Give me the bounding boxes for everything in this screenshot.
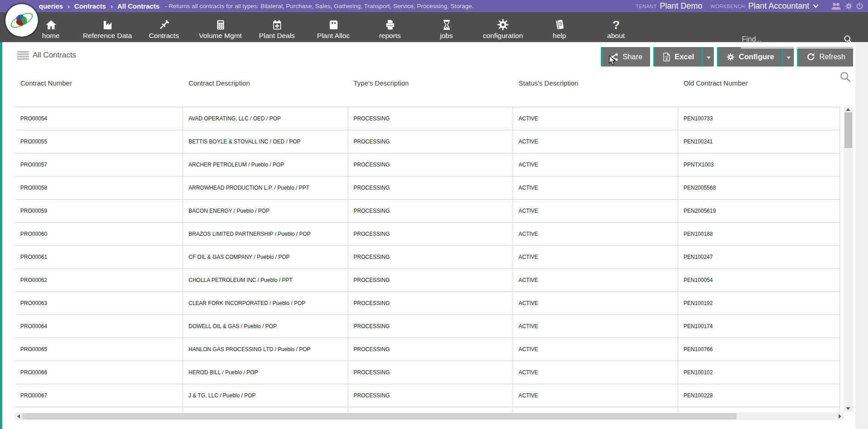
power-icon[interactable] [856,2,863,10]
nav-items: homeReference DataContractsVolume MgmtPl… [23,12,644,42]
table-cell: PRO00062 [15,269,183,291]
table-cell: PEN100188 [678,223,840,245]
column-header[interactable]: Old Contract Number [678,79,840,87]
workbench-value[interactable]: Plant Accountant [748,1,809,11]
table-row[interactable]: PRO00066HEROD BILL / Pueblo / POPPROCESS… [15,361,840,384]
table-cell: ACTIVE [513,269,678,291]
calendar-plus-icon [271,17,283,31]
hourglass-icon [440,17,453,31]
table-cell: PROCESSING [348,200,513,222]
table-row[interactable]: PRO00054AVAD OPERATING, LLC / OED / POPP… [15,107,840,130]
nav-item-configuration[interactable]: configuration [475,12,531,42]
book-icon [553,17,566,31]
share-button[interactable]: Share [601,47,650,67]
nav-item-contracts[interactable]: Contracts [136,12,192,42]
left-accent-bar [0,42,2,429]
page-title: All Contracts [33,51,76,60]
scroll-up-arrow[interactable] [846,108,850,111]
table-cell: ARCHER PETROLEUM / Pueblo / POP [183,153,348,176]
table-row[interactable]: PRO00065HANLON GAS PROCESSING LTD / Pueb… [15,338,840,361]
column-header[interactable]: Contract Number [15,79,183,87]
nav-item-jobs[interactable]: jobs [418,12,475,42]
table-cell: ARROWHEAD PRODUCTION L.P. / Pueblo / PPT [183,176,348,199]
horizontal-scrollbar[interactable] [15,412,844,420]
table-row[interactable]: PRO00061CF OIL & GAS COMPANY / Pueblo / … [15,246,840,269]
table-cell: ACTIVE [513,153,678,176]
table-cell: PROCESSING [348,292,513,315]
nav-item-label: Plant Deals [259,32,295,40]
search-icon[interactable] [843,34,853,47]
column-header[interactable]: Status's Description [513,79,678,87]
nav-item-label: configuration [483,32,523,40]
table-cell: PEN2005619 [678,200,840,222]
table-row[interactable]: PRO00063CLEAR FORK INCORPORATED / Pueblo… [15,292,840,315]
grid-body: PRO00054AVAD OPERATING, LLC / OED / POPP… [15,107,840,412]
home-icon [45,17,57,31]
table-cell: AVAD OPERATING, LLC / OED / POP [183,107,348,130]
workbench-label: WORKBENCH [711,4,745,9]
list-icon[interactable] [17,51,29,62]
nav-item-label: about [607,32,625,40]
table-row[interactable]: PRO00062CHOLLA PETROLEUM INC / Pueblo / … [15,269,840,292]
table-cell: PROCESSING [348,315,513,338]
excel-button[interactable]: x Excel [653,47,702,67]
scroll-left-arrow[interactable] [17,414,20,419]
grid-toolbar: Share x Excel Configure Refresh [601,47,853,67]
table-cell: PRO00067 [15,384,183,407]
column-header[interactable]: Contract Description [183,79,348,87]
nav-item-help[interactable]: help [531,12,588,42]
table-row[interactable]: PRO00059BACON ENERGY / Pueblo / POPPROCE… [15,200,840,223]
table-cell: PEN2005568 [678,176,840,199]
breadcrumb-item[interactable]: All Contracts [117,2,159,10]
configure-button-label: Configure [739,52,774,61]
gear-icon[interactable] [845,2,853,10]
table-row[interactable]: PRO00067J & TG, LLC / Pueblo / POPPROCES… [15,384,840,407]
refresh-button[interactable]: Refresh [797,47,853,67]
nav-item-label: jobs [440,32,453,40]
table-row[interactable]: PRO00058ARROWHEAD PRODUCTION L.P. / Pueb… [15,176,840,200]
table-cell: PEN100247 [678,246,840,268]
table-row[interactable]: PRO00064DOWELL OIL & GAS / Pueblo / POPP… [15,315,840,338]
table-row[interactable]: PRO00060BRAZOS LIMITED PARTNERSHIP / Pue… [15,223,840,246]
chevron-down-icon[interactable] [813,4,819,8]
nav-item-volume-mgmt[interactable]: Volume Mgmt [192,12,249,42]
table-cell: PEN100733 [678,107,840,130]
grid-search-icon[interactable] [839,71,852,85]
table-row[interactable] [15,407,840,412]
vertical-scrollbar-thumb[interactable] [844,112,852,148]
scroll-right-arrow[interactable] [839,414,841,419]
vertical-scrollbar[interactable] [844,106,853,412]
excel-dropdown-button[interactable] [702,47,714,67]
table-cell [15,407,183,412]
table-row[interactable]: PRO00055BETTIS BOYLE & STOVALL INC / OED… [15,130,840,153]
column-header[interactable]: Type's Description [348,79,513,87]
table-cell: ACTIVE [513,246,678,268]
nav-item-reference-data[interactable]: Reference Data [79,12,136,42]
app-logo[interactable] [5,4,38,37]
scroll-down-arrow[interactable] [846,407,850,410]
table-cell: PEN100102 [678,361,840,384]
nav-item-reports[interactable]: reports [362,12,418,42]
table-cell: PROCESSING [348,223,513,245]
breadcrumb-item[interactable]: Contracts [74,2,106,10]
nav-item-plant-alloc[interactable]: Plant Alloc [305,12,362,42]
table-cell: PRO00063 [15,292,183,315]
table-cell: ACTIVE [513,338,678,361]
users-icon[interactable] [830,2,842,10]
table-row[interactable]: PRO00057ARCHER PETROLEUM / Pueblo / POPP… [15,153,840,176]
table-cell: PRO00055 [15,130,183,153]
table-cell: DOWELL OIL & GAS / Pueblo / POP [183,315,348,338]
nav-item-label: home [42,32,60,40]
breadcrumb-item[interactable]: queries [39,2,63,10]
nav-item-about[interactable]: ?about [588,12,644,42]
find-input[interactable] [741,35,843,46]
configure-button[interactable]: Configure [717,47,782,67]
horizontal-scrollbar-thumb[interactable] [22,413,736,419]
configure-dropdown-button[interactable] [782,47,794,67]
svg-text:x: x [665,57,668,61]
table-cell [678,407,840,412]
table-cell: PROCESSING [348,107,513,130]
share-button-label: Share [623,52,642,61]
printer-icon [384,17,396,31]
nav-item-plant-deals[interactable]: Plant Deals [249,12,305,42]
